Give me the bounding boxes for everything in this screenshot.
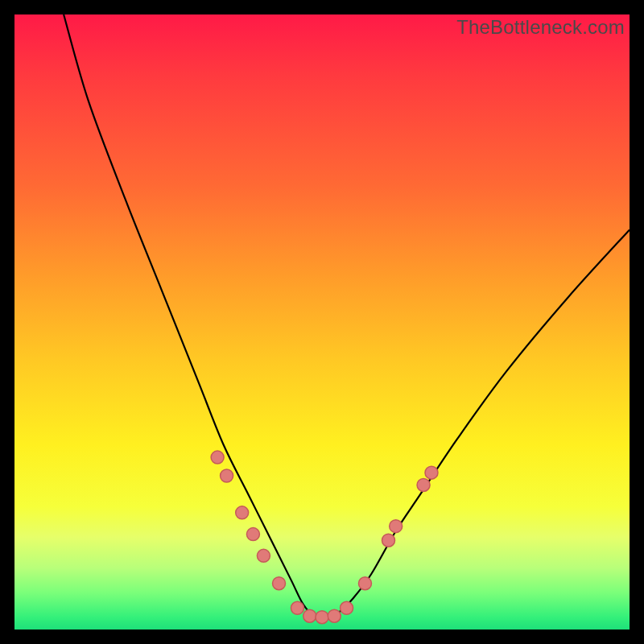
data-marker xyxy=(425,466,438,479)
data-marker xyxy=(291,601,303,614)
marker-group xyxy=(211,451,438,624)
data-marker xyxy=(221,469,233,482)
data-marker xyxy=(273,577,286,590)
data-marker xyxy=(328,609,341,622)
data-marker xyxy=(303,609,316,622)
chart-stage: TheBottleneck.com xyxy=(0,0,644,644)
curve-svg xyxy=(14,14,630,630)
data-marker xyxy=(246,528,259,541)
data-marker xyxy=(417,478,430,491)
data-marker xyxy=(257,549,270,562)
data-marker xyxy=(211,451,224,464)
bottleneck-curve xyxy=(64,14,630,618)
data-marker xyxy=(236,506,249,519)
data-marker xyxy=(316,611,328,624)
data-marker xyxy=(382,534,395,547)
data-marker xyxy=(358,577,371,590)
plot-area: TheBottleneck.com xyxy=(14,14,630,630)
data-marker xyxy=(390,520,402,533)
data-marker xyxy=(341,601,353,614)
